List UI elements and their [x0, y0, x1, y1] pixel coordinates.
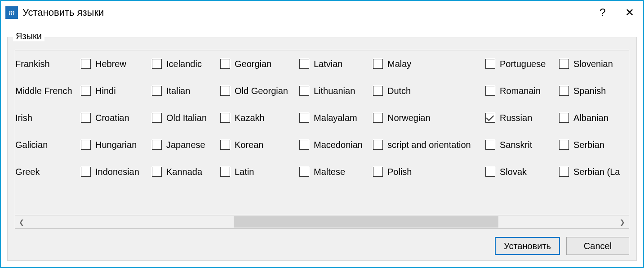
language-label: Latin [235, 167, 254, 177]
language-checkbox[interactable] [485, 140, 495, 150]
language-checkbox[interactable] [81, 113, 91, 123]
language-item[interactable]: Old Italian [152, 112, 218, 123]
language-checkbox[interactable] [373, 59, 383, 69]
language-item[interactable]: Russian [485, 112, 556, 123]
language-item[interactable]: Hindi [81, 85, 149, 96]
language-checkbox[interactable] [485, 59, 495, 69]
language-checkbox[interactable] [485, 167, 495, 177]
language-label: Italian [166, 86, 190, 96]
language-item[interactable]: Slovak [485, 166, 556, 177]
language-checkbox[interactable] [152, 86, 162, 96]
language-checkbox[interactable] [81, 59, 91, 69]
language-checkbox[interactable] [220, 59, 230, 69]
language-label: Slovenian [573, 59, 613, 69]
language-item[interactable]: Malayalam [299, 112, 370, 123]
language-checkbox[interactable] [373, 86, 383, 96]
language-item[interactable]: Old Georgian [220, 85, 297, 96]
language-item[interactable]: Hebrew [81, 58, 149, 69]
language-item[interactable]: Slovenian [559, 58, 629, 69]
language-item[interactable]: Spanish [559, 85, 629, 96]
language-label: Old Italian [166, 113, 207, 123]
install-button[interactable]: Установить [495, 237, 560, 255]
language-checkbox[interactable] [485, 86, 495, 96]
language-item[interactable]: Serbian (La [559, 166, 629, 177]
help-button[interactable]: ? [589, 1, 616, 24]
language-checkbox[interactable] [220, 140, 230, 150]
language-label: Galician [15, 140, 48, 150]
language-item[interactable]: Croatian [81, 112, 149, 123]
language-item[interactable]: Albanian [559, 112, 629, 123]
language-checkbox[interactable] [373, 167, 383, 177]
close-button[interactable]: ✕ [616, 1, 643, 24]
language-checkbox[interactable] [373, 140, 383, 150]
language-checkbox[interactable] [299, 167, 309, 177]
scroll-track[interactable] [28, 215, 616, 228]
language-item[interactable]: Sanskrit [485, 139, 556, 150]
language-checkbox[interactable] [220, 113, 230, 123]
language-checkbox[interactable] [220, 167, 230, 177]
language-item[interactable]: Dutch [373, 85, 483, 96]
language-item[interactable]: Frankish [15, 58, 78, 69]
language-checkbox[interactable] [559, 86, 569, 96]
language-checkbox[interactable] [559, 167, 569, 177]
language-item[interactable]: Georgian [220, 58, 297, 69]
language-checkbox[interactable] [152, 140, 162, 150]
language-checkbox[interactable] [485, 113, 495, 123]
language-checkbox[interactable] [299, 59, 309, 69]
language-item[interactable]: Kannada [152, 166, 218, 177]
language-item[interactable]: Latvian [299, 58, 370, 69]
language-label: Croatian [95, 113, 129, 123]
language-item[interactable]: Norwegian [373, 112, 483, 123]
language-checkbox[interactable] [373, 113, 383, 123]
language-label: Norwegian [387, 113, 431, 123]
language-item[interactable]: Lithuanian [299, 85, 370, 96]
language-checkbox[interactable] [81, 86, 91, 96]
language-checkbox[interactable] [299, 113, 309, 123]
language-item[interactable]: Portuguese [485, 58, 556, 69]
scroll-thumb[interactable] [234, 216, 498, 228]
language-label: Maltese [314, 167, 345, 177]
language-label: Macedonian [314, 140, 363, 150]
language-item[interactable]: Greek [15, 166, 78, 177]
languages-list-container: FrankishMiddle FrenchIrishGalicianGreekH… [15, 50, 629, 229]
language-checkbox[interactable] [299, 86, 309, 96]
language-checkbox[interactable] [152, 59, 162, 69]
dialog-content: Языки FrankishMiddle FrenchIrishGalician… [1, 24, 643, 267]
horizontal-scrollbar[interactable]: ❮ ❯ [15, 215, 629, 228]
language-item[interactable]: Indonesian [81, 166, 149, 177]
language-checkbox[interactable] [559, 140, 569, 150]
language-label: Dutch [387, 86, 411, 96]
language-item[interactable]: Hungarian [81, 139, 149, 150]
language-label: Russian [500, 113, 532, 123]
language-item[interactable]: Icelandic [152, 58, 218, 69]
language-item[interactable]: Italian [152, 85, 218, 96]
language-checkbox[interactable] [152, 113, 162, 123]
language-checkbox[interactable] [81, 140, 91, 150]
cancel-button[interactable]: Cancel [566, 237, 629, 255]
language-item[interactable]: Galician [15, 139, 78, 150]
language-item[interactable]: Middle French [15, 85, 78, 96]
language-item[interactable]: Japanese [152, 139, 218, 150]
language-checkbox[interactable] [299, 140, 309, 150]
language-item[interactable]: Polish [373, 166, 483, 177]
language-checkbox[interactable] [220, 86, 230, 96]
language-item[interactable]: Romanain [485, 85, 556, 96]
language-checkbox[interactable] [81, 167, 91, 177]
language-item[interactable]: Serbian [559, 139, 629, 150]
language-checkbox[interactable] [152, 167, 162, 177]
language-item[interactable]: script and orientation [373, 139, 483, 150]
language-item[interactable]: Macedonian [299, 139, 370, 150]
language-item[interactable]: Korean [220, 139, 297, 150]
language-item[interactable]: Maltese [299, 166, 370, 177]
language-checkbox[interactable] [559, 59, 569, 69]
language-item[interactable]: Malay [373, 58, 483, 69]
language-label: Georgian [235, 59, 271, 69]
language-item[interactable]: Latin [220, 166, 297, 177]
titlebar: m Установить языки ? ✕ [1, 1, 643, 24]
language-item[interactable]: Irish [15, 112, 78, 123]
scroll-left-icon[interactable]: ❮ [15, 215, 28, 228]
scroll-right-icon[interactable]: ❯ [616, 215, 629, 228]
language-label: Slovak [500, 167, 527, 177]
language-checkbox[interactable] [559, 113, 569, 123]
language-item[interactable]: Kazakh [220, 112, 297, 123]
